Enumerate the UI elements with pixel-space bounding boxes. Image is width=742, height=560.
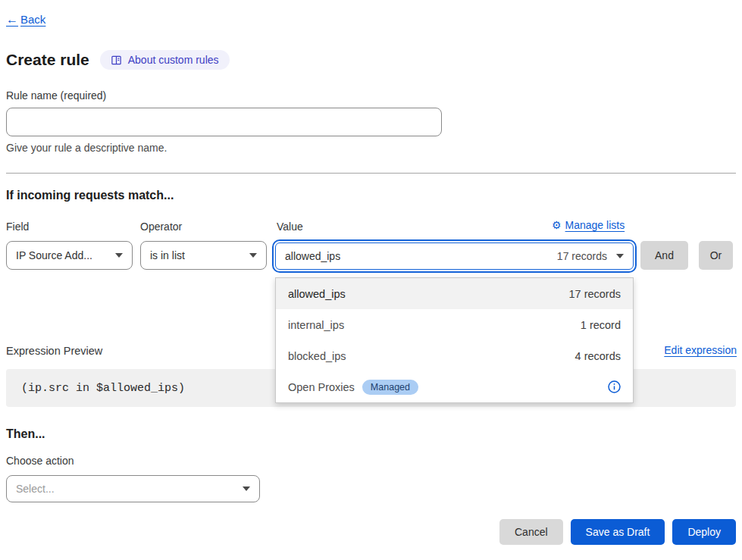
back-link[interactable]: ← Back bbox=[6, 13, 45, 26]
match-section-heading: If incoming requests match... bbox=[6, 189, 174, 202]
value-label: Value bbox=[277, 221, 303, 233]
value-select-record-count: 17 records bbox=[557, 250, 610, 262]
then-section-heading: Then... bbox=[6, 427, 45, 441]
manage-lists-link[interactable]: ⚙ Manage lists bbox=[552, 219, 625, 231]
managed-badge: Managed bbox=[362, 380, 418, 395]
manage-lists-label: Manage lists bbox=[565, 219, 625, 231]
deploy-button[interactable]: Deploy bbox=[672, 519, 736, 545]
operator-label: Operator bbox=[140, 221, 182, 233]
chevron-down-icon bbox=[616, 254, 624, 258]
action-select[interactable]: Select... bbox=[6, 475, 260, 502]
field-label: Field bbox=[6, 221, 29, 233]
chevron-down-icon bbox=[115, 253, 123, 258]
list-option-allowed-ips[interactable]: allowed_ips 17 records bbox=[276, 278, 633, 309]
choose-action-label: Choose action bbox=[6, 455, 74, 467]
list-option-count: 17 records bbox=[568, 288, 621, 300]
about-custom-rules-label: About custom rules bbox=[128, 54, 219, 66]
save-as-draft-button[interactable]: Save as Draft bbox=[571, 519, 665, 545]
list-option-count: 4 records bbox=[575, 350, 621, 362]
rule-name-label: Rule name (required) bbox=[6, 89, 106, 102]
gear-icon: ⚙ bbox=[552, 220, 562, 230]
field-select[interactable]: IP Source Add... bbox=[6, 241, 133, 270]
list-option-name: internal_ips bbox=[288, 319, 344, 331]
or-button[interactable]: Or bbox=[699, 241, 733, 270]
operator-select[interactable]: is in list bbox=[140, 241, 267, 270]
value-select[interactable]: allowed_ips 17 records bbox=[275, 242, 634, 270]
expression-code: (ip.src in $allowed_ips) bbox=[21, 382, 185, 395]
page-title: Create rule bbox=[6, 51, 89, 69]
list-dropdown-panel: allowed_ips 17 records internal_ips 1 re… bbox=[275, 277, 634, 403]
list-option-open-proxies[interactable]: Open Proxies Managed bbox=[276, 371, 633, 402]
list-option-name: allowed_ips bbox=[288, 288, 346, 300]
rule-name-helper: Give your rule a descriptive name. bbox=[6, 142, 167, 154]
list-option-blocked-ips[interactable]: blocked_ips 4 records bbox=[276, 340, 633, 371]
back-arrow-icon: ← bbox=[6, 14, 18, 26]
and-button[interactable]: And bbox=[640, 241, 688, 270]
list-option-name: Open Proxies bbox=[288, 381, 355, 393]
chevron-down-icon bbox=[249, 253, 257, 258]
chevron-down-icon bbox=[243, 486, 250, 491]
section-divider bbox=[6, 173, 736, 174]
book-icon bbox=[111, 55, 122, 66]
operator-select-value: is in list bbox=[150, 249, 185, 261]
cancel-button[interactable]: Cancel bbox=[499, 519, 563, 545]
edit-expression-link[interactable]: Edit expression bbox=[664, 344, 737, 356]
list-option-count: 1 record bbox=[581, 319, 621, 331]
action-select-placeholder: Select... bbox=[16, 483, 55, 495]
back-label: Back bbox=[20, 13, 45, 26]
field-select-value: IP Source Add... bbox=[16, 249, 92, 261]
value-select-value: allowed_ips bbox=[285, 250, 340, 262]
info-icon[interactable] bbox=[608, 380, 621, 393]
about-custom-rules-badge[interactable]: About custom rules bbox=[100, 50, 230, 70]
expression-preview-label: Expression Preview bbox=[6, 345, 102, 357]
list-option-internal-ips[interactable]: internal_ips 1 record bbox=[276, 309, 633, 340]
rule-name-input[interactable] bbox=[6, 108, 442, 136]
footer-buttons: Cancel Save as Draft Deploy bbox=[499, 519, 736, 545]
list-option-name: blocked_ips bbox=[288, 350, 346, 362]
title-row: Create rule About custom rules bbox=[6, 50, 230, 70]
create-rule-page: ← Back Create rule About custom rules Ru… bbox=[0, 0, 742, 560]
